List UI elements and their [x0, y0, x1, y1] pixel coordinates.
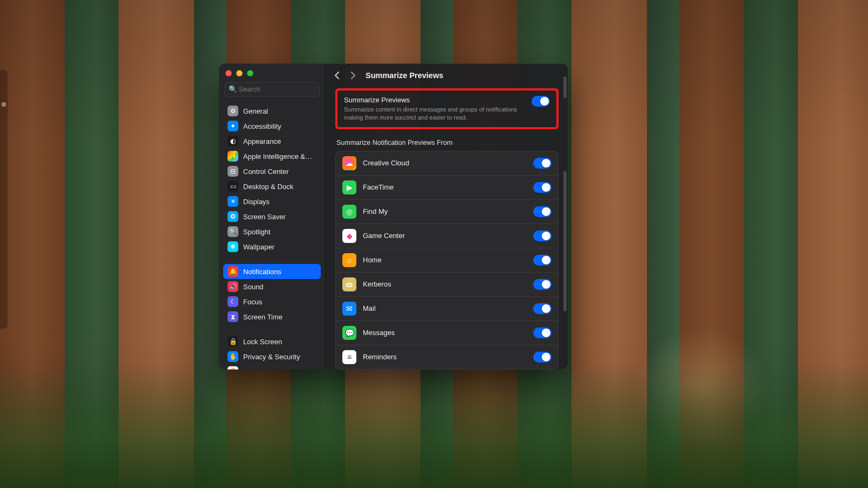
sidebar-item-label: Desktop & Dock [243, 183, 293, 191]
sidebar-item-spotlight[interactable]: 🔍Spotlight [223, 224, 321, 239]
app-toggle-facetime[interactable] [533, 182, 552, 193]
sidebar-item-wallpaper[interactable]: ❋Wallpaper [223, 239, 321, 254]
app-name-label: Home [363, 256, 527, 264]
reminders-icon: ≡ [342, 350, 356, 364]
app-row-facetime: ▶FaceTime [336, 176, 558, 200]
sidebar-item-lock-screen[interactable]: 🔒Lock Screen [223, 334, 321, 349]
sidebar-item-screen-saver[interactable]: ❂Screen Saver [223, 209, 321, 224]
sidebar-item-label: Accessibility [243, 122, 281, 130]
control-center-icon: ⊟ [228, 166, 238, 177]
summarize-previews-toggle[interactable] [532, 96, 550, 107]
summarize-previews-title: Summarize Previews [344, 96, 525, 104]
nav-back-button[interactable] [331, 69, 343, 81]
sidebar-item-label: Touch ID & Password [243, 368, 310, 370]
chevron-left-icon [334, 72, 340, 79]
apple-intelligence-icon: ✨ [228, 151, 238, 162]
app-list: ☁Creative Cloud▶FaceTime◎Find My◆Game Ce… [335, 151, 559, 370]
summarize-previews-text: Summarize Previews Summarize content in … [344, 96, 525, 122]
page-title: Summarize Previews [366, 71, 443, 80]
nav-forward-button[interactable] [347, 69, 359, 81]
app-name-label: Reminders [363, 353, 527, 361]
sidebar-item-label: Apple Intelligence &… [243, 152, 312, 161]
app-toggle-find-my[interactable] [533, 206, 552, 217]
sidebar-item-general[interactable]: ⚙General [223, 103, 321, 118]
system-settings-window: 🔍 ⚙General✦Accessibility◐Appearance✨Appl… [219, 64, 568, 370]
sidebar-item-appearance[interactable]: ◐Appearance [223, 134, 321, 149]
sidebar-item-label: Screen Time [243, 313, 283, 321]
search-icon: 🔍 [229, 85, 237, 93]
displays-icon: ☀ [228, 196, 238, 207]
zoom-window-button[interactable] [247, 70, 253, 76]
app-toggle-reminders[interactable] [533, 352, 552, 362]
content-scrollbar[interactable] [563, 171, 567, 311]
kerberos-icon: 🎟 [342, 277, 356, 291]
app-toggle-mail[interactable] [533, 303, 552, 314]
sidebar-item-focus[interactable]: ☾Focus [223, 294, 321, 309]
sidebar-item-label: Screen Saver [243, 213, 286, 221]
creative-cloud-icon: ☁ [342, 156, 356, 170]
app-name-label: Game Center [363, 232, 527, 240]
sidebar-item-accessibility[interactable]: ✦Accessibility [223, 118, 321, 134]
sidebar-item-screen-time[interactable]: ⧗Screen Time [223, 309, 321, 324]
sidebar-item-label: Focus [243, 298, 262, 306]
sidebar-item-control-center[interactable]: ⊟Control Center [223, 164, 321, 179]
sidebar-item-label: Lock Screen [243, 338, 282, 346]
sidebar-item-label: Privacy & Security [243, 353, 300, 361]
window-traffic-lights [219, 68, 325, 82]
app-row-home: ⌂Home [336, 248, 558, 273]
app-name-label: Kerberos [363, 280, 527, 288]
home-icon: ⌂ [342, 253, 356, 267]
app-row-kerberos: 🎟Kerberos [336, 273, 558, 297]
app-row-messages: 💬Messages [336, 321, 558, 345]
appearance-icon: ◐ [228, 136, 238, 147]
app-toggle-game-center[interactable] [533, 231, 552, 241]
sound-icon: 🔊 [228, 281, 238, 292]
sidebar-item-label: Notifications [243, 268, 281, 276]
app-name-label: Find My [363, 207, 527, 215]
sidebar-item-sound[interactable]: 🔊Sound [223, 279, 321, 294]
sidebar-item-desktop-dock[interactable]: ▭Desktop & Dock [223, 179, 321, 194]
settings-sidebar: 🔍 ⚙General✦Accessibility◐Appearance✨Appl… [219, 64, 326, 370]
content-titlebar: Summarize Previews [326, 64, 568, 87]
sidebar-item-label: Control Center [243, 168, 289, 176]
app-toggle-home[interactable] [533, 255, 552, 266]
app-name-label: Creative Cloud [363, 159, 527, 167]
app-toggle-creative-cloud[interactable] [533, 158, 552, 169]
game-center-icon: ◆ [342, 229, 356, 243]
sidebar-item-label: Displays [243, 198, 270, 206]
accessibility-icon: ✦ [228, 121, 238, 131]
sidebar-item-displays[interactable]: ☀Displays [223, 194, 321, 209]
app-toggle-kerberos[interactable] [533, 279, 552, 290]
minimize-window-button[interactable] [236, 70, 243, 76]
lock-screen-icon: 🔒 [228, 336, 238, 347]
mail-icon: ✉ [342, 302, 356, 316]
sidebar-item-notifications[interactable]: 🔔Notifications [223, 264, 321, 279]
content-scroll-area[interactable]: Summarize Previews Summarize content in … [326, 87, 568, 370]
find-my-icon: ◎ [342, 205, 356, 219]
desktop-dock-icon: ▭ [228, 181, 238, 192]
app-toggle-messages[interactable] [533, 327, 552, 338]
app-row-game-center: ◆Game Center [336, 224, 558, 248]
sidebar-search-wrap: 🔍 [219, 82, 325, 101]
app-row-creative-cloud: ☁Creative Cloud [336, 151, 558, 176]
close-window-button[interactable] [225, 70, 232, 76]
chevron-right-icon [350, 72, 356, 79]
sidebar-item-touch-id-password[interactable]: ⦿Touch ID & Password [223, 364, 321, 370]
sidebar-item-privacy-security[interactable]: ✋Privacy & Security [223, 349, 321, 364]
messages-icon: 💬 [342, 326, 356, 340]
general-icon: ⚙ [228, 106, 238, 116]
notifications-icon: 🔔 [228, 266, 238, 277]
app-row-find-my: ◎Find My [336, 200, 558, 224]
app-list-section-label: Summarize Notification Previews From [336, 139, 557, 147]
app-row-reminders: ≡Reminders [336, 345, 558, 369]
app-name-label: Messages [363, 329, 527, 337]
sidebar-item-label: Appearance [243, 137, 281, 145]
sidebar-search-input[interactable] [224, 82, 320, 97]
touch-id-password-icon: ⦿ [228, 366, 238, 370]
sidebar-item-apple-intelligence[interactable]: ✨Apple Intelligence &… [223, 149, 321, 164]
screen-time-icon: ⧗ [228, 311, 238, 322]
screen-saver-icon: ❂ [228, 211, 238, 222]
sidebar-item-label: Wallpaper [243, 243, 274, 251]
app-row-mail: ✉Mail [336, 297, 558, 321]
dock-strip [0, 70, 8, 329]
